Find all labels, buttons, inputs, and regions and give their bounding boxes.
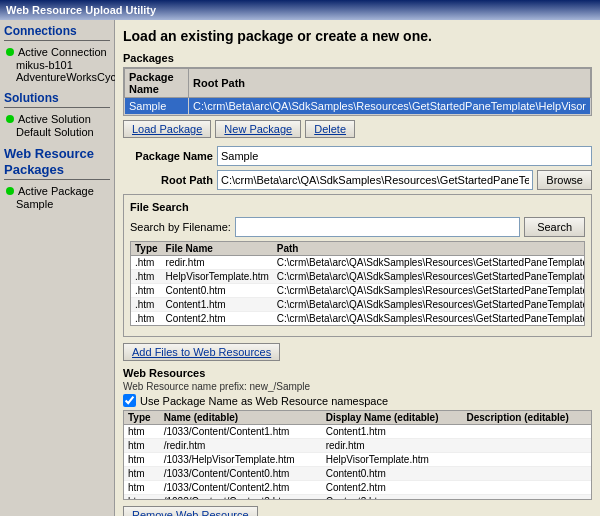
packages-label: Packages xyxy=(123,52,592,64)
wr-col-display: Display Name (editable) xyxy=(322,411,463,425)
list-item[interactable]: .htmContent2.htmC:\crm\Beta\arc\QA\SdkSa… xyxy=(131,312,585,326)
list-item[interactable]: htm/1033/Content/Content1.htmContent1.ht… xyxy=(124,425,591,439)
web-resources-section: Web Resources Web Resource name prefix: … xyxy=(123,367,592,500)
solutions-title: Solutions xyxy=(4,91,110,108)
remove-btn-row: Remove Web Resource xyxy=(123,506,592,516)
file-list-table: Type File Name Path .htmredir.htmC:\crm\… xyxy=(131,242,585,326)
active-connection-label: Active Connection xyxy=(18,46,107,58)
list-item[interactable]: htm/1033/Content/Content2.htmContent2.ht… xyxy=(124,481,591,495)
title-bar-label: Web Resource Upload Utility xyxy=(6,4,156,16)
search-button[interactable]: Search xyxy=(524,217,585,237)
add-files-btn-row: Add Files to Web Resources xyxy=(123,343,592,361)
active-package-dot xyxy=(6,187,14,195)
root-path-row: Root Path Browse xyxy=(123,170,592,190)
root-path-label: Root Path xyxy=(123,174,213,186)
web-resource-section: Web Resource Packages Active Package Sam… xyxy=(4,146,110,210)
connections-title: Connections xyxy=(4,24,110,41)
wr-col-desc: Description (editable) xyxy=(462,411,591,425)
package-name-row: Package Name xyxy=(123,146,592,166)
list-item[interactable]: .htmHelpVisorTemplate.htmC:\crm\Beta\arc… xyxy=(131,270,585,284)
table-row[interactable]: SampleC:\crm\Beta\arc\QA\SdkSamples\Reso… xyxy=(125,98,591,115)
checkbox-row: Use Package Name as Web Resource namespa… xyxy=(123,394,592,407)
connection-name2[interactable]: AdventureWorksCycle xyxy=(4,71,110,83)
connections-section: Connections Active Connection mikus-b101… xyxy=(4,24,110,83)
web-resource-title: Web Resource Packages xyxy=(4,146,110,180)
file-search-title: File Search xyxy=(130,201,585,213)
list-item[interactable]: htm/redir.htmredir.htm xyxy=(124,439,591,453)
package-name-sidebar[interactable]: Sample xyxy=(4,198,110,210)
root-path-input[interactable] xyxy=(217,170,533,190)
file-col-name: File Name xyxy=(162,242,273,256)
col-package-name: Package Name xyxy=(125,69,189,98)
list-item[interactable]: .htmredir.htmC:\crm\Beta\arc\QA\SdkSampl… xyxy=(131,256,585,270)
active-solution-item[interactable]: Active Solution xyxy=(4,112,110,126)
package-action-buttons: Load Package New Package Delete xyxy=(123,120,592,138)
checkbox-label: Use Package Name as Web Resource namespa… xyxy=(140,395,388,407)
package-name-label: Package Name xyxy=(123,150,213,162)
web-res-table-container[interactable]: Type Name (editable) Display Name (edita… xyxy=(123,410,592,500)
search-row: Search by Filename: Search xyxy=(130,217,585,237)
sidebar: Connections Active Connection mikus-b101… xyxy=(0,20,115,516)
add-files-button[interactable]: Add Files to Web Resources xyxy=(123,343,280,361)
solution-name[interactable]: Default Solution xyxy=(4,126,110,138)
browse-button[interactable]: Browse xyxy=(537,170,592,190)
title-bar: Web Resource Upload Utility xyxy=(0,0,600,20)
active-package-label: Active Package xyxy=(18,185,94,197)
list-item[interactable]: .htmContent1.htmC:\crm\Beta\arc\QA\SdkSa… xyxy=(131,298,585,312)
web-res-table: Type Name (editable) Display Name (edita… xyxy=(124,411,591,500)
list-item[interactable]: .htmContent3.htmC:\crm\Beta\arc\QA\SdkSa… xyxy=(131,326,585,327)
list-item[interactable]: .htmContent0.htmC:\crm\Beta\arc\QA\SdkSa… xyxy=(131,284,585,298)
list-item[interactable]: htm/1033/HelpVisorTemplate.htmHelpVisorT… xyxy=(124,453,591,467)
file-col-type: Type xyxy=(131,242,162,256)
remove-web-resource-button[interactable]: Remove Web Resource xyxy=(123,506,258,516)
content-area: Load an existing package or create a new… xyxy=(115,20,600,516)
search-input[interactable] xyxy=(235,217,520,237)
file-col-path: Path xyxy=(273,242,585,256)
page-title: Load an existing package or create a new… xyxy=(123,28,592,44)
wr-col-name: Name (editable) xyxy=(160,411,322,425)
web-res-subtitle: Web Resource name prefix: new_/Sample xyxy=(123,381,592,392)
file-search-box: File Search Search by Filename: Search T… xyxy=(123,194,592,337)
wr-col-type: Type xyxy=(124,411,160,425)
col-root-path: Root Path xyxy=(189,69,591,98)
connection-name1[interactable]: mikus-b101 xyxy=(4,59,110,71)
active-connection-item[interactable]: Active Connection xyxy=(4,45,110,59)
solutions-section: Solutions Active Solution Default Soluti… xyxy=(4,91,110,138)
list-item[interactable]: htm/1033/Content/Content3.htmContent3.ht… xyxy=(124,495,591,501)
active-connection-dot xyxy=(6,48,14,56)
pkg-path-cell: C:\crm\Beta\arc\QA\SdkSamples\Resources\… xyxy=(189,98,591,115)
active-package-item[interactable]: Active Package xyxy=(4,184,110,198)
package-name-input[interactable] xyxy=(217,146,592,166)
pkg-name-cell: Sample xyxy=(125,98,189,115)
active-solution-dot xyxy=(6,115,14,123)
packages-table-container: Package Name Root Path SampleC:\crm\Beta… xyxy=(123,67,592,116)
web-res-title: Web Resources xyxy=(123,367,592,379)
list-item[interactable]: htm/1033/Content/Content0.htmContent0.ht… xyxy=(124,467,591,481)
new-package-button[interactable]: New Package xyxy=(215,120,301,138)
active-solution-label: Active Solution xyxy=(18,113,91,125)
load-package-button[interactable]: Load Package xyxy=(123,120,211,138)
packages-table: Package Name Root Path SampleC:\crm\Beta… xyxy=(124,68,591,115)
delete-button[interactable]: Delete xyxy=(305,120,355,138)
namespace-checkbox[interactable] xyxy=(123,394,136,407)
file-list-container[interactable]: Type File Name Path .htmredir.htmC:\crm\… xyxy=(130,241,585,326)
search-by-label: Search by Filename: xyxy=(130,221,231,233)
